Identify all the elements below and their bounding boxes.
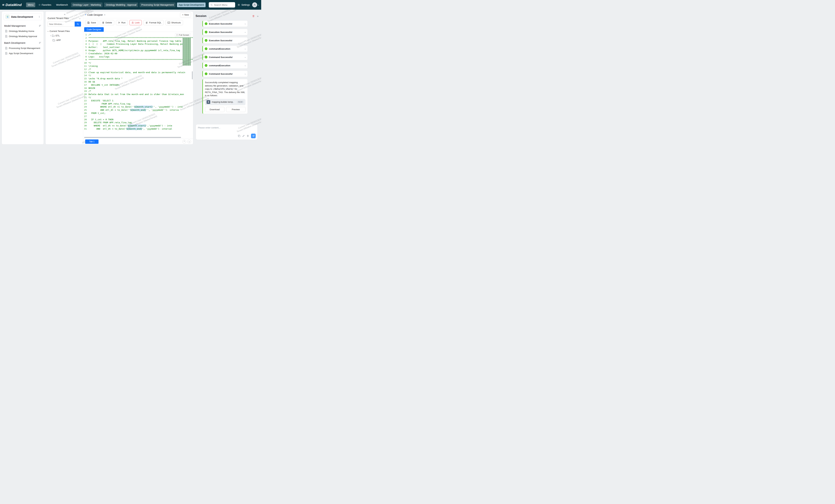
code-designer-panel-tab[interactable]: Code Designer bbox=[84, 27, 104, 32]
session-event[interactable]: ✓Command Successful bbox=[202, 71, 247, 77]
document-icon bbox=[5, 47, 7, 49]
download-button[interactable]: Download bbox=[205, 107, 224, 112]
check-icon: ✓ bbox=[205, 31, 207, 34]
sidebar-item-app-script-development[interactable]: App Script Development bbox=[2, 51, 44, 56]
close-tab-icon[interactable]: × bbox=[104, 14, 105, 16]
settings-button[interactable]: Settings bbox=[238, 3, 250, 6]
main-nav: Menu ☆Favorites Workbench Ontology Layer… bbox=[26, 2, 207, 7]
person-icon bbox=[253, 3, 256, 6]
sidebar-item-ontology-modeling-home[interactable]: Ontology Modeling Home bbox=[2, 28, 44, 34]
session-event[interactable]: ✓Execution Successful bbox=[202, 21, 247, 27]
event-label: commandExecution bbox=[209, 47, 243, 50]
check-icon: ✓ bbox=[205, 56, 207, 58]
code-line: 12/* bbox=[83, 68, 193, 71]
caret-down-icon: ▾ bbox=[85, 14, 86, 16]
nav-item-menu[interactable]: Menu bbox=[26, 2, 35, 7]
code-line: 3Purpose: APP.reta_fina_tag, Retail Bank… bbox=[83, 40, 193, 43]
tree-root-current-tenant-files[interactable]: Current Tenant Files bbox=[47, 29, 81, 34]
logo-text: DataMind bbox=[5, 3, 22, 7]
check-icon: ✓ bbox=[205, 22, 207, 25]
nav-item-favorites[interactable]: ☆Favorites bbox=[37, 2, 53, 7]
check-icon: ✓ bbox=[205, 64, 207, 67]
lock-button[interactable]: Lock bbox=[129, 20, 142, 25]
user-menu-button[interactable] bbox=[252, 2, 259, 7]
code-line: 18BEGIN bbox=[83, 87, 193, 90]
copy-icon[interactable] bbox=[238, 135, 240, 137]
session-event[interactable]: ✓Command Successful bbox=[202, 54, 247, 60]
code-line: 31 AND etl_dt < to_date('${month_end}', … bbox=[83, 127, 193, 130]
run-button[interactable]: Run bbox=[116, 20, 128, 25]
preview-button[interactable]: Preview bbox=[226, 107, 246, 112]
tree-folder-etl[interactable]: ETL bbox=[47, 34, 81, 38]
menu-search-box[interactable] bbox=[209, 2, 235, 7]
event-label: Execution Successful bbox=[209, 31, 243, 34]
result-buttons: Download Preview bbox=[205, 107, 245, 112]
app-logo: DataMind bbox=[2, 3, 22, 7]
event-label: Execution Successful bbox=[209, 23, 243, 25]
file-search-input[interactable] bbox=[47, 22, 75, 26]
chevron-down-icon bbox=[245, 32, 246, 33]
sidebar-item-ontology-modeling-approval[interactable]: Ontology Modeling Approval bbox=[2, 34, 44, 39]
code-editor[interactable]: 1/*2************************************… bbox=[83, 33, 193, 136]
collapse-session-icon[interactable]: » bbox=[257, 15, 259, 18]
chevron-right-icon bbox=[50, 35, 51, 36]
tab-code-designer[interactable]: ▾ Code Designer × bbox=[85, 14, 105, 16]
document-icon bbox=[5, 52, 7, 55]
document-icon bbox=[5, 30, 7, 33]
shortcuts-button[interactable]: Shortcuts bbox=[165, 20, 183, 25]
event-label: commandExecution bbox=[209, 64, 243, 67]
clear-session-button[interactable] bbox=[252, 15, 255, 17]
nav-tab-processing-script-management[interactable]: Processing Script Management bbox=[140, 2, 176, 7]
workspace-selector[interactable]: Data Development bbox=[3, 13, 42, 20]
nav-item-workbench[interactable]: Workbench bbox=[55, 2, 69, 7]
collapse-panel-icon[interactable]: « bbox=[64, 13, 65, 16]
section-batch-development: Batch Development bbox=[2, 39, 44, 46]
sidebar-item-processing-script-management[interactable]: Processing Script Management bbox=[2, 46, 44, 51]
chevron-down-icon bbox=[258, 4, 259, 5]
session-event[interactable]: ✓Execution Successful bbox=[202, 29, 247, 35]
new-button[interactable]: + New bbox=[180, 12, 191, 17]
code-line: 4| | | | Common Processing Layer Data Pr… bbox=[83, 43, 193, 46]
code-line: 21*/ bbox=[83, 96, 193, 99]
chevron-down-icon bbox=[245, 23, 246, 24]
tree-folder-app[interactable]: APP bbox=[47, 38, 81, 42]
folder-icon bbox=[53, 39, 55, 41]
editor-bottom-strip: Tab 1 bbox=[83, 139, 193, 144]
editor-tabstrip: ▾ Code Designer × + New bbox=[83, 12, 193, 18]
nav-tab-ontology-modeling-approval[interactable]: Ontology Modeling - Approval bbox=[104, 2, 138, 7]
nav-tab-app-script-development[interactable]: App Script Development bbox=[177, 2, 206, 7]
pencil-icon[interactable] bbox=[242, 135, 245, 137]
save-button[interactable]: Save bbox=[85, 20, 98, 25]
horizontal-scrollbar[interactable] bbox=[84, 137, 181, 138]
code-line: 20Delete data that is not from the month… bbox=[83, 93, 193, 96]
format-sql-button[interactable]: Format SQL bbox=[143, 20, 164, 25]
session-event[interactable]: ✓Execution Successful bbox=[202, 37, 247, 43]
scroll-tabs-up-button[interactable] bbox=[182, 140, 186, 143]
avatar bbox=[252, 2, 257, 7]
xlsx-file-icon: X bbox=[207, 100, 210, 104]
code-line: 10*/ bbox=[83, 61, 193, 65]
scroll-tabs-down-button[interactable] bbox=[187, 140, 191, 143]
send-button[interactable] bbox=[251, 134, 256, 138]
section-list-icon[interactable] bbox=[39, 42, 41, 44]
section-list-icon[interactable] bbox=[39, 25, 41, 27]
chat-input[interactable] bbox=[198, 126, 255, 134]
trash-icon[interactable] bbox=[247, 135, 249, 137]
session-event[interactable]: ✓commandExecution bbox=[202, 62, 247, 68]
code-minimap[interactable] bbox=[183, 38, 191, 66]
delivery-file-chip[interactable]: X mapping-builder-temp. XLSX bbox=[205, 99, 245, 105]
select-arrows-icon bbox=[39, 16, 40, 18]
delete-button[interactable]: Delete bbox=[100, 20, 114, 25]
bottom-tab-1[interactable]: Tab 1 bbox=[85, 139, 99, 144]
folder-icon bbox=[52, 35, 55, 37]
trash-icon bbox=[102, 22, 104, 24]
fullscreen-button[interactable]: Full Screen bbox=[175, 33, 191, 37]
play-icon bbox=[118, 22, 120, 24]
vertical-scrollbar[interactable] bbox=[192, 71, 193, 79]
session-event[interactable]: ✓commandExecution bbox=[202, 46, 247, 52]
chevron-down-icon bbox=[47, 31, 48, 32]
file-search-button[interactable] bbox=[75, 22, 81, 26]
search-menu-input[interactable] bbox=[214, 4, 232, 6]
nav-tab-ontology-layer-marketing[interactable]: Ontology Layer - Marketing bbox=[71, 2, 103, 7]
code-line: 5Author: test_sunliner bbox=[83, 46, 193, 49]
